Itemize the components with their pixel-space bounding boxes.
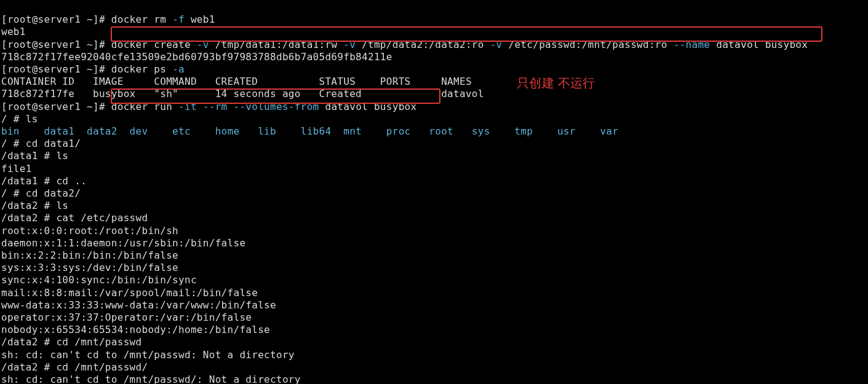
line: 718c872f17fee92040cfe13509e2bd60793bf979… [1, 51, 392, 63]
line: www-data:x:33:33:www-data:/var/www:/bin/… [1, 299, 276, 311]
line: [root@server1 ~]# docker rm -f web1 [1, 14, 215, 25]
line: web1 [1, 26, 26, 37]
line: /data1 # cd .. [1, 175, 87, 187]
line: sync:x:4:100:sync:/bin:/bin/sync [1, 274, 197, 286]
line: /data2 # ls [1, 200, 68, 211]
line: sys:x:3:3:sys:/dev:/bin/false [1, 262, 178, 273]
line: daemon:x:1:1:daemon:/usr/sbin:/bin/false [1, 237, 245, 249]
line: file1 [1, 163, 32, 174]
line: nobody:x:65534:65534:nobody:/home:/bin/f… [1, 324, 270, 335]
line: /data2 # cd /mnt/passwd [1, 336, 141, 348]
line: operator:x:37:37:Operator:/var:/bin/fals… [1, 312, 252, 323]
line: / # cd data2/ [1, 187, 81, 199]
terminal[interactable]: [root@server1 ~]# docker rm -f web1 web1… [0, 0, 868, 384]
line: root:x:0:0:root:/root:/bin/sh [1, 225, 178, 237]
line: sh: cd: can't cd to /mnt/passwd: Not a d… [1, 349, 295, 361]
annotation-text: 只创建 不运行 [517, 77, 595, 89]
line: [root@server1 ~]# docker ps -a [1, 63, 185, 75]
ls-output: bin data1 data2 dev etc home lib lib64 m… [1, 125, 618, 137]
line: 718c872f17fe busybox "sh" 14 seconds ago… [1, 88, 484, 100]
line: [root@server1 ~]# docker create -v /tmp/… [1, 39, 808, 50]
line: sh: cd: can't cd to /mnt/passwd/: Not a … [1, 374, 301, 384]
line: / # cd data1/ [1, 138, 81, 149]
line: [root@server1 ~]# docker run -it --rm --… [1, 101, 416, 112]
line: bin:x:2:2:bin:/bin:/bin/false [1, 249, 178, 261]
line: mail:x:8:8:mail:/var/spool/mail:/bin/fal… [1, 287, 258, 299]
line: /data2 # cat /etc/passwd [1, 212, 148, 224]
line: /data2 # cd /mnt/passwd/ [1, 361, 148, 373]
line: / # ls [1, 113, 38, 125]
line: CONTAINER ID IMAGE COMMAND CREATED STATU… [1, 76, 472, 87]
line: /data1 # ls [1, 150, 68, 162]
